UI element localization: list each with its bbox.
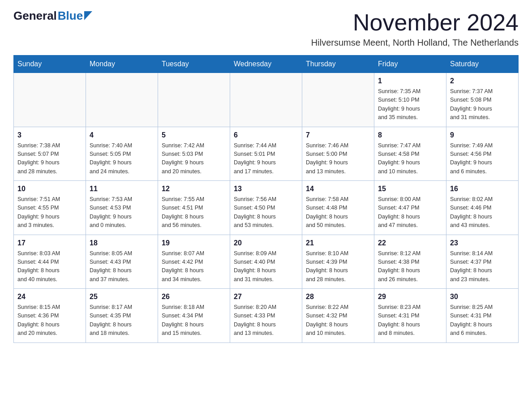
- day-cell: 4Sunrise: 7:40 AM Sunset: 5:05 PM Daylig…: [86, 127, 158, 181]
- day-cell: 10Sunrise: 7:51 AM Sunset: 4:55 PM Dayli…: [14, 181, 86, 235]
- day-info: Sunrise: 7:35 AM Sunset: 5:10 PM Dayligh…: [378, 87, 442, 122]
- day-info: Sunrise: 7:53 AM Sunset: 4:53 PM Dayligh…: [90, 195, 154, 230]
- day-cell: 18Sunrise: 8:05 AM Sunset: 4:43 PM Dayli…: [86, 235, 158, 289]
- weekday-header-row: SundayMondayTuesdayWednesdayThursdayFrid…: [14, 56, 519, 73]
- day-cell: 24Sunrise: 8:15 AM Sunset: 4:36 PM Dayli…: [14, 289, 86, 343]
- day-cell: 1Sunrise: 7:35 AM Sunset: 5:10 PM Daylig…: [374, 73, 446, 127]
- title-block: November 2024 Hilversumse Meent, North H…: [311, 9, 519, 48]
- logo-blue-text: Blue: [58, 9, 83, 23]
- day-info: Sunrise: 8:17 AM Sunset: 4:35 PM Dayligh…: [90, 303, 154, 338]
- week-row-4: 17Sunrise: 8:03 AM Sunset: 4:44 PM Dayli…: [14, 235, 519, 289]
- day-number: 15: [378, 184, 442, 194]
- day-cell: 5Sunrise: 7:42 AM Sunset: 5:03 PM Daylig…: [158, 127, 230, 181]
- day-number: 26: [162, 291, 226, 302]
- page-header: General Blue November 2024 Hilversumse M…: [13, 9, 519, 48]
- day-cell: 27Sunrise: 8:20 AM Sunset: 4:33 PM Dayli…: [230, 289, 302, 343]
- day-cell: 25Sunrise: 8:17 AM Sunset: 4:35 PM Dayli…: [86, 289, 158, 343]
- day-info: Sunrise: 8:20 AM Sunset: 4:33 PM Dayligh…: [234, 303, 298, 338]
- day-number: 11: [90, 184, 154, 194]
- day-number: 10: [17, 184, 82, 194]
- logo-general-text: General: [13, 9, 57, 23]
- day-info: Sunrise: 8:03 AM Sunset: 4:44 PM Dayligh…: [17, 249, 82, 284]
- week-row-2: 3Sunrise: 7:38 AM Sunset: 5:07 PM Daylig…: [14, 127, 519, 181]
- day-number: 27: [234, 291, 298, 302]
- weekday-header-thursday: Thursday: [302, 56, 374, 73]
- weekday-header-tuesday: Tuesday: [158, 56, 230, 73]
- day-cell: 6Sunrise: 7:44 AM Sunset: 5:01 PM Daylig…: [230, 127, 302, 181]
- day-info: Sunrise: 8:14 AM Sunset: 4:37 PM Dayligh…: [450, 249, 515, 284]
- day-info: Sunrise: 8:07 AM Sunset: 4:42 PM Dayligh…: [162, 249, 226, 284]
- weekday-header-saturday: Saturday: [446, 56, 519, 73]
- day-info: Sunrise: 7:44 AM Sunset: 5:01 PM Dayligh…: [234, 141, 298, 176]
- day-info: Sunrise: 7:55 AM Sunset: 4:51 PM Dayligh…: [162, 195, 226, 230]
- day-number: 24: [17, 291, 82, 302]
- day-info: Sunrise: 8:12 AM Sunset: 4:38 PM Dayligh…: [378, 249, 442, 284]
- day-cell: 30Sunrise: 8:25 AM Sunset: 4:31 PM Dayli…: [446, 289, 519, 343]
- day-number: 5: [162, 130, 226, 141]
- day-number: 7: [306, 130, 370, 141]
- month-year-title: November 2024: [311, 9, 519, 36]
- day-number: 16: [450, 184, 515, 194]
- day-info: Sunrise: 8:00 AM Sunset: 4:47 PM Dayligh…: [378, 195, 442, 230]
- calendar-table: SundayMondayTuesdayWednesdayThursdayFrid…: [13, 55, 519, 343]
- day-info: Sunrise: 8:25 AM Sunset: 4:31 PM Dayligh…: [450, 303, 515, 338]
- weekday-header-friday: Friday: [374, 56, 446, 73]
- day-info: Sunrise: 8:05 AM Sunset: 4:43 PM Dayligh…: [90, 249, 154, 284]
- day-cell: [302, 73, 374, 127]
- day-number: 1: [378, 76, 442, 86]
- day-number: 20: [234, 238, 298, 248]
- week-row-5: 24Sunrise: 8:15 AM Sunset: 4:36 PM Dayli…: [14, 289, 519, 343]
- day-number: 13: [234, 184, 298, 194]
- day-number: 25: [90, 291, 154, 302]
- day-cell: 3Sunrise: 7:38 AM Sunset: 5:07 PM Daylig…: [14, 127, 86, 181]
- day-number: 28: [306, 291, 370, 302]
- day-number: 2: [450, 76, 515, 86]
- day-cell: 12Sunrise: 7:55 AM Sunset: 4:51 PM Dayli…: [158, 181, 230, 235]
- day-number: 8: [378, 130, 442, 141]
- week-row-3: 10Sunrise: 7:51 AM Sunset: 4:55 PM Dayli…: [14, 181, 519, 235]
- day-number: 18: [90, 238, 154, 248]
- day-cell: 20Sunrise: 8:09 AM Sunset: 4:40 PM Dayli…: [230, 235, 302, 289]
- day-info: Sunrise: 7:56 AM Sunset: 4:50 PM Dayligh…: [234, 195, 298, 230]
- day-number: 19: [162, 238, 226, 248]
- day-cell: 14Sunrise: 7:58 AM Sunset: 4:48 PM Dayli…: [302, 181, 374, 235]
- day-number: 3: [17, 130, 82, 141]
- day-number: 12: [162, 184, 226, 194]
- location-subtitle: Hilversumse Meent, North Holland, The Ne…: [311, 38, 519, 48]
- day-number: 30: [450, 291, 515, 302]
- weekday-header-sunday: Sunday: [14, 56, 86, 73]
- day-info: Sunrise: 7:42 AM Sunset: 5:03 PM Dayligh…: [162, 141, 226, 176]
- weekday-header-wednesday: Wednesday: [230, 56, 302, 73]
- day-info: Sunrise: 7:37 AM Sunset: 5:08 PM Dayligh…: [450, 87, 515, 122]
- day-cell: 21Sunrise: 8:10 AM Sunset: 4:39 PM Dayli…: [302, 235, 374, 289]
- day-info: Sunrise: 7:49 AM Sunset: 4:56 PM Dayligh…: [450, 141, 515, 176]
- day-info: Sunrise: 8:22 AM Sunset: 4:32 PM Dayligh…: [306, 303, 370, 338]
- day-cell: [158, 73, 230, 127]
- day-cell: 23Sunrise: 8:14 AM Sunset: 4:37 PM Dayli…: [446, 235, 519, 289]
- day-cell: 13Sunrise: 7:56 AM Sunset: 4:50 PM Dayli…: [230, 181, 302, 235]
- day-info: Sunrise: 7:58 AM Sunset: 4:48 PM Dayligh…: [306, 195, 370, 230]
- day-info: Sunrise: 8:09 AM Sunset: 4:40 PM Dayligh…: [234, 249, 298, 284]
- day-cell: [230, 73, 302, 127]
- day-cell: [86, 73, 158, 127]
- week-row-1: 1Sunrise: 7:35 AM Sunset: 5:10 PM Daylig…: [14, 73, 519, 127]
- day-cell: 28Sunrise: 8:22 AM Sunset: 4:32 PM Dayli…: [302, 289, 374, 343]
- day-cell: [14, 73, 86, 127]
- day-number: 14: [306, 184, 370, 194]
- day-info: Sunrise: 8:15 AM Sunset: 4:36 PM Dayligh…: [17, 303, 82, 338]
- day-info: Sunrise: 8:23 AM Sunset: 4:31 PM Dayligh…: [378, 303, 442, 338]
- day-number: 17: [17, 238, 82, 248]
- day-cell: 11Sunrise: 7:53 AM Sunset: 4:53 PM Dayli…: [86, 181, 158, 235]
- day-cell: 22Sunrise: 8:12 AM Sunset: 4:38 PM Dayli…: [374, 235, 446, 289]
- weekday-header-monday: Monday: [86, 56, 158, 73]
- day-info: Sunrise: 7:46 AM Sunset: 5:00 PM Dayligh…: [306, 141, 370, 176]
- day-info: Sunrise: 7:38 AM Sunset: 5:07 PM Dayligh…: [17, 141, 82, 176]
- day-info: Sunrise: 7:51 AM Sunset: 4:55 PM Dayligh…: [17, 195, 82, 230]
- day-cell: 15Sunrise: 8:00 AM Sunset: 4:47 PM Dayli…: [374, 181, 446, 235]
- day-number: 29: [378, 291, 442, 302]
- day-cell: 2Sunrise: 7:37 AM Sunset: 5:08 PM Daylig…: [446, 73, 519, 127]
- day-info: Sunrise: 8:10 AM Sunset: 4:39 PM Dayligh…: [306, 249, 370, 284]
- day-number: 22: [378, 238, 442, 248]
- day-info: Sunrise: 8:02 AM Sunset: 4:46 PM Dayligh…: [450, 195, 515, 230]
- day-cell: 29Sunrise: 8:23 AM Sunset: 4:31 PM Dayli…: [374, 289, 446, 343]
